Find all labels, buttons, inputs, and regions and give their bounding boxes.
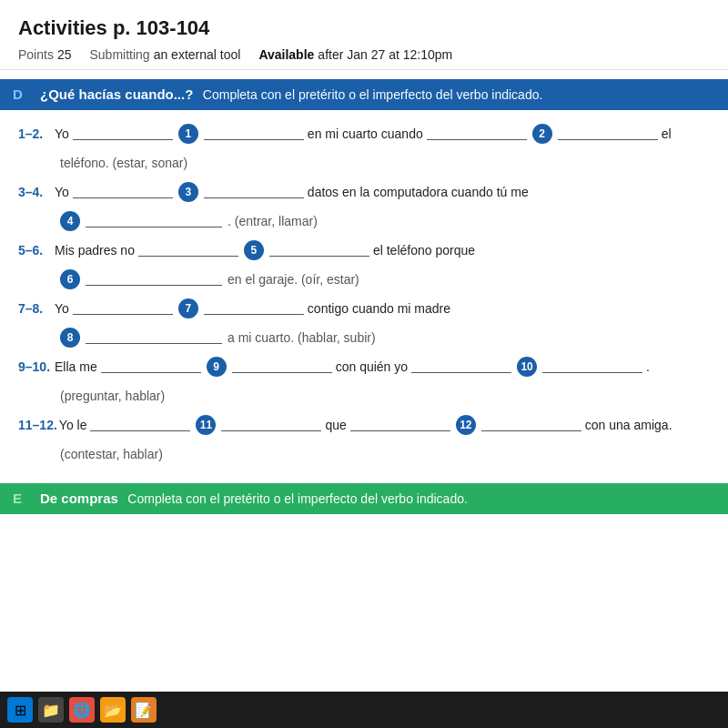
row-num-6: 11–12. bbox=[18, 412, 57, 438]
hint-5: (preguntar, hablar) bbox=[60, 383, 165, 409]
main-screen: Activities p. 103-104 Points 25 Submitti… bbox=[0, 0, 728, 728]
text-el: el bbox=[662, 121, 672, 147]
table-row: 5–6. Mis padres no 5 el teléfono porque bbox=[18, 238, 710, 263]
text-middle-2: datos en la computadora cuando tú me bbox=[308, 179, 529, 205]
circle-4: 4 bbox=[60, 211, 80, 231]
row-3-line2: 6 en el garaje. (oír, estar) bbox=[18, 267, 710, 292]
submitting-value: an external tool bbox=[154, 47, 241, 62]
blank-11b bbox=[221, 419, 321, 431]
blank-11 bbox=[90, 419, 190, 431]
blank-7b bbox=[204, 302, 304, 315]
meta-row: Points 25 Submitting an external tool Av… bbox=[18, 47, 710, 62]
row-1-hint: teléfono. (estar, sonar) bbox=[18, 150, 710, 176]
table-row: 1–2. Yo 1 en mi cuarto cuando 2 el bbox=[18, 121, 710, 147]
circle-2: 2 bbox=[532, 124, 552, 144]
circle-11: 11 bbox=[196, 415, 216, 435]
text-que: que bbox=[325, 412, 346, 438]
available-label: Available bbox=[258, 47, 314, 62]
row-num-4: 7–8. bbox=[18, 296, 53, 321]
table-row: 11–12. Yo le 11 que 12 con una amiga. bbox=[18, 412, 710, 438]
points-label: Points bbox=[18, 47, 54, 62]
content-area: D ¿Qué hacías cuando...? Completa con el… bbox=[0, 79, 728, 514]
hint-3: en el garaje. (oír, estar) bbox=[228, 267, 359, 292]
row-6-hint: (contestar, hablar) bbox=[18, 441, 710, 467]
blank-12 bbox=[350, 419, 450, 431]
circle-6: 6 bbox=[60, 269, 80, 289]
points-value: 25 bbox=[57, 47, 72, 62]
section-d-subtitle: Completa con el pretérito o el imperfect… bbox=[203, 87, 543, 102]
blank-7 bbox=[73, 302, 173, 315]
section-e-letter: E bbox=[13, 490, 31, 506]
section-e-header: E De compras Completa con el pretérito o… bbox=[0, 483, 728, 514]
exercise-body: 1–2. Yo 1 en mi cuarto cuando 2 el teléf… bbox=[0, 110, 728, 474]
text-mis: Mis padres no bbox=[55, 238, 135, 263]
text-middle-1: en mi cuarto cuando bbox=[308, 121, 423, 147]
blank-5b bbox=[269, 244, 369, 257]
circle-9: 9 bbox=[207, 357, 227, 377]
text-yo-2: Yo bbox=[55, 179, 69, 205]
row-2-line2: 4 . (entrar, llamar) bbox=[18, 208, 710, 234]
hint-6: (contestar, hablar) bbox=[60, 441, 163, 467]
circle-8: 8 bbox=[60, 328, 80, 348]
available-value: after Jan 27 at 12:10pm bbox=[318, 47, 452, 62]
section-e-title: De compras bbox=[40, 490, 118, 506]
table-row: 3–4. Yo 3 datos en la computadora cuando… bbox=[18, 179, 710, 205]
browser-icon[interactable]: 🌐 bbox=[69, 697, 95, 723]
blank-5 bbox=[138, 244, 238, 257]
submitting-label: Submitting bbox=[90, 47, 150, 62]
row-num-3: 5–6. bbox=[18, 238, 53, 263]
page-title: Activities p. 103-104 bbox=[18, 16, 710, 40]
circle-3: 3 bbox=[178, 182, 198, 202]
text-con-una: con una amiga. bbox=[585, 412, 672, 438]
text-ella: Ella me bbox=[55, 354, 97, 379]
file-manager-icon[interactable]: 📁 bbox=[38, 697, 64, 723]
table-row: 7–8. Yo 7 contigo cuando mi madre bbox=[18, 296, 710, 321]
circle-1: 1 bbox=[178, 124, 198, 144]
start-button[interactable]: ⊞ bbox=[7, 697, 33, 723]
text-yo-3: Yo bbox=[55, 296, 69, 321]
circle-5: 5 bbox=[244, 240, 264, 260]
taskbar: ⊞ 📁 🌐 📂 📝 bbox=[0, 692, 728, 728]
section-e-subtitle: Completa con el pretérito o el imperfect… bbox=[127, 491, 468, 506]
blank-1 bbox=[73, 127, 173, 140]
text-middle-5: con quién yo bbox=[336, 354, 408, 379]
text-yo-le: Yo le bbox=[59, 412, 87, 438]
section-d-letter: D bbox=[13, 86, 31, 102]
folder-icon[interactable]: 📂 bbox=[100, 697, 126, 723]
section-d-title: ¿Qué hacías cuando...? bbox=[40, 86, 193, 102]
section-d-header: D ¿Qué hacías cuando...? Completa con el… bbox=[0, 79, 728, 110]
circle-12: 12 bbox=[456, 415, 476, 435]
blank-2 bbox=[427, 127, 527, 140]
text-period: . bbox=[646, 354, 650, 379]
table-row: 9–10. Ella me 9 con quién yo 10 . bbox=[18, 354, 710, 379]
blank-10b bbox=[542, 360, 642, 373]
blank-9b bbox=[232, 360, 332, 373]
blank-3b bbox=[204, 186, 304, 198]
row-num-1: 1–2. bbox=[18, 121, 53, 147]
row-num-2: 3–4. bbox=[18, 179, 53, 205]
app-icon[interactable]: 📝 bbox=[131, 697, 157, 723]
text-middle-3: el teléfono porque bbox=[373, 238, 475, 263]
text-yo-1: Yo bbox=[55, 121, 69, 147]
blank-4 bbox=[86, 215, 222, 228]
row-num-5: 9–10. bbox=[18, 354, 53, 379]
hint-1: teléfono. (estar, sonar) bbox=[60, 150, 187, 176]
row-4-line2: 8 a mi cuarto. (hablar, subir) bbox=[18, 325, 710, 350]
blank-6 bbox=[86, 273, 222, 286]
hint-2: . (entrar, llamar) bbox=[228, 208, 318, 234]
hint-4: a mi cuarto. (hablar, subir) bbox=[228, 325, 376, 350]
blank-1b bbox=[204, 127, 304, 140]
top-bar: Activities p. 103-104 Points 25 Submitti… bbox=[0, 0, 728, 70]
circle-7: 7 bbox=[178, 298, 198, 318]
circle-10: 10 bbox=[517, 357, 537, 377]
blank-2b bbox=[558, 127, 658, 140]
row-5-hint: (preguntar, hablar) bbox=[18, 383, 710, 409]
blank-3 bbox=[73, 186, 173, 198]
blank-10 bbox=[411, 360, 511, 373]
blank-8 bbox=[86, 331, 222, 344]
blank-9 bbox=[101, 360, 201, 373]
blank-12b bbox=[481, 419, 581, 431]
text-middle-4: contigo cuando mi madre bbox=[308, 296, 450, 321]
